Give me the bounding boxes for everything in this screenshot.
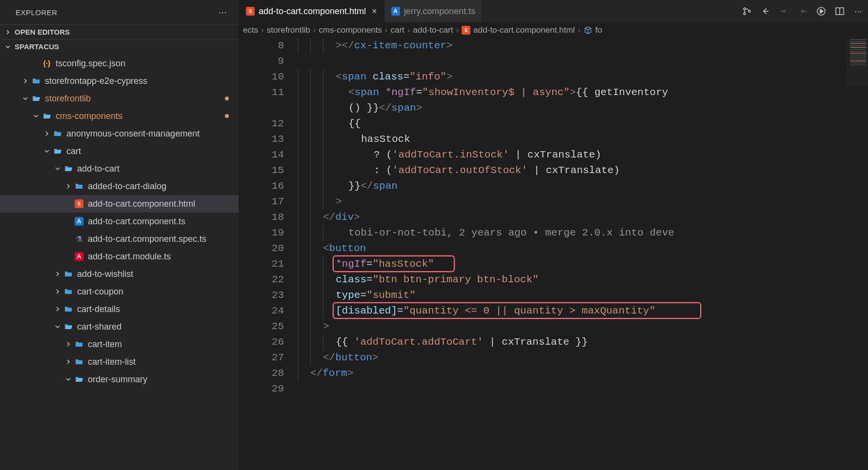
run-icon[interactable] [816,6,826,16]
code-line[interactable]: [disabled]="quantity <= 0 || quantity > … [298,303,868,319]
workspace-section[interactable]: SPARTACUS [0,39,239,54]
tree-item-label: cart-item [88,339,122,350]
explorer-more-button[interactable]: ⋯ [214,5,231,20]
svg-point-2 [748,10,750,12]
go-back-icon[interactable] [761,6,770,16]
tree-item[interactable]: Aadd-to-cart.module.ts [0,248,239,265]
chevron-right-icon [21,78,29,84]
code-line[interactable]: {{ [298,116,868,132]
tree-item[interactable]: 5add-to-cart.component.html [0,195,239,213]
chevron-down-icon [54,324,61,330]
tree-item[interactable]: cart [0,142,239,160]
breadcrumb-label: add-to-cart.component.html [473,25,575,35]
line-number: 29 [239,381,284,397]
tree-item[interactable]: cart-coupon [0,283,239,300]
tree-item[interactable]: Aadd-to-cart.component.ts [0,213,239,230]
code-line[interactable]: <span *ngIf="showInventory$ | async">{{ … [298,85,868,100]
minimap[interactable] [848,38,868,87]
code-line[interactable]: class="btn btn-primary btn-block" [298,272,868,288]
modified-dot-icon [225,97,229,100]
code-line[interactable]: <span class="info"> [298,69,868,85]
editor-tab[interactable]: 5add-to-cart.component.html× [239,0,384,22]
folder-icon [53,129,62,138]
line-number: 18 [239,210,284,225]
tree-item-label: storefrontapp-e2e-cypress [45,76,147,86]
code-line[interactable]: > [298,194,868,210]
code-line[interactable]: hasStock [298,132,868,147]
tree-item[interactable]: cart-item-list [0,353,239,371]
breadcrumb-label: add-to-cart [413,25,453,35]
tab-actions: ⋯ [737,6,868,16]
code-line[interactable]: ? ('addToCart.inStock' | cxTranslate) [298,147,868,163]
breadcrumb-item[interactable]: 5add-to-cart.component.html [462,25,575,35]
chevron-right-icon [64,359,72,365]
tree-item[interactable]: storefrontlib [0,90,239,107]
tree-item[interactable]: cart-shared [0,318,239,335]
line-number: 24 [239,303,284,319]
more-actions-icon[interactable]: ⋯ [853,6,863,16]
folder-open-icon [53,146,62,156]
split-editor-icon[interactable] [835,6,845,16]
tree-item[interactable]: cart-item [0,335,239,353]
code-line[interactable]: type="submit" [298,288,868,303]
chevron-right-icon [64,341,72,347]
breadcrumb-item[interactable]: add-to-cart [413,25,453,35]
code-line[interactable]: : ('addToCart.outOfStock' | cxTranslate) [298,163,868,178]
line-number: 21 [239,256,284,272]
code-line[interactable]: </form> [298,366,868,381]
tree-item[interactable]: {·}tsconfig.spec.json [0,55,239,72]
line-number: 25 [239,319,284,334]
tree-item[interactable]: cms-components [0,107,239,125]
source-control-compare-icon[interactable] [742,6,752,16]
chevron-down-icon [43,148,51,154]
breadcrumb-item[interactable]: fo [584,25,602,35]
code-line[interactable]: }}</span [298,178,868,194]
tab-label: jerry.component.ts [404,6,476,17]
code-line[interactable]: </div> [298,210,868,225]
chevron-down-icon [4,43,12,51]
editor-tab[interactable]: Ajerry.component.ts [384,0,483,22]
tree-item[interactable]: cart-details [0,300,239,318]
folder-open-icon [42,111,52,121]
code-line[interactable]: > [298,319,868,334]
editor-body[interactable]: 8910111213141516171819202122232425262728… [239,38,868,470]
line-number: 8 [239,38,284,54]
tree-item[interactable]: add-to-cart [0,160,239,177]
code-line[interactable]: tobi-or-not-tobi, 2 years ago • merge 2.… [298,225,868,241]
code-line[interactable]: () }}</span> [298,100,868,116]
tree-item-label: cart-item-list [88,357,136,367]
tree-item-label: anonymous-consent-management [66,129,200,139]
breadcrumb-item[interactable]: cart [390,25,404,35]
tree-item[interactable]: added-to-cart-dialog [0,177,239,195]
tree-item[interactable]: anonymous-consent-management [0,125,239,142]
code-line[interactable]: {{ 'addToCart.addToCart' | cxTranslate }… [298,334,868,350]
code-line[interactable]: <button [298,241,868,256]
folder-open-icon [74,374,84,384]
svg-point-3 [783,10,785,12]
tree-item[interactable]: storefrontapp-e2e-cypress [0,72,239,90]
code-line[interactable]: *ngIf="hasStock" [298,256,868,272]
tree-item[interactable]: add-to-wishlist [0,265,239,283]
code-line[interactable]: ></cx-item-counter> [298,38,868,54]
tree-item-label: cart [66,146,81,157]
tree-item[interactable]: ⚗add-to-cart.component.spec.ts [0,230,239,248]
prev-change-icon[interactable] [779,6,789,16]
breadcrumb-item[interactable]: storefrontlib [267,25,310,35]
code-line[interactable] [298,381,868,397]
close-tab-icon[interactable]: × [372,6,377,17]
angular-icon: A [74,252,84,261]
breadcrumb-item[interactable]: cms-components [319,25,382,35]
tree-item-label: cms-components [56,111,122,121]
breadcrumb-label: cart [390,25,404,35]
code-line[interactable]: </button> [298,350,868,366]
code-line[interactable] [298,54,868,69]
open-editors-label: OPEN EDITORS [15,28,70,36]
code-content[interactable]: ></cx-item-counter><span class="info"><s… [298,38,868,470]
json-icon: {·} [42,59,52,68]
breadcrumb-separator-icon: › [407,25,410,35]
tree-item[interactable]: order-summary [0,371,239,388]
editor-area: 5add-to-cart.component.html×Ajerry.compo… [239,0,868,470]
breadcrumb-item[interactable]: ects [243,25,258,35]
open-editors-section[interactable]: OPEN EDITORS [0,24,239,39]
next-change-icon[interactable] [798,6,807,16]
